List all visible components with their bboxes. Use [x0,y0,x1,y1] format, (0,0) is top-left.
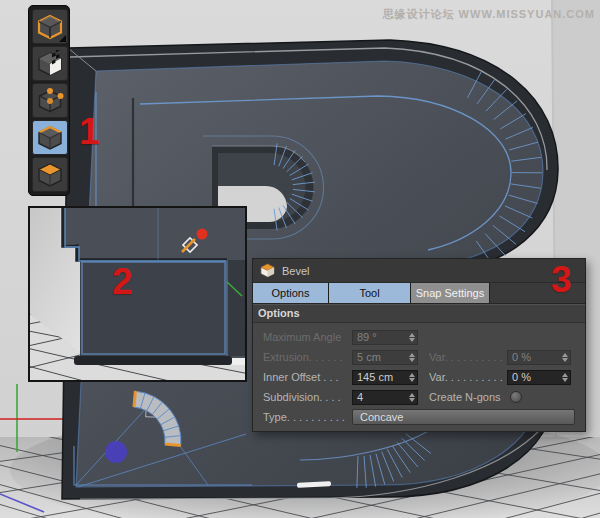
type-label: Type. . . . . . . . . . [263,411,352,423]
spinner[interactable] [562,353,568,362]
maximum-angle-field[interactable]: 89 ° [352,330,418,345]
make-editable-button[interactable] [32,9,68,44]
spinner[interactable] [409,373,415,382]
maximum-angle-label: Maximum Angle [263,331,352,343]
dialog-title: Bevel [282,265,310,277]
spinner[interactable] [409,393,415,402]
bevel-cube-icon [260,263,275,278]
orange-selected-edge[interactable] [165,444,181,445]
dialog-body: Maximum Angle 89 ° Extrusion. . . . . . … [253,323,585,427]
annotation-step-3: 3 [551,261,572,298]
inner-offset-var-field[interactable]: 0 % [507,370,571,385]
dialog-titlebar[interactable]: Bevel [253,259,585,283]
extrusion-label: Extrusion. . . . . . [263,351,352,363]
orange-selected-edge[interactable] [134,391,135,407]
blue-point-handle[interactable] [105,441,127,463]
maximum-angle-row: Maximum Angle 89 ° [263,327,579,347]
subdivision-row: Subdivision. . . . 4 Create N-gons [263,387,579,407]
tab-options[interactable]: Options [253,283,329,303]
tab-tool[interactable]: Tool [329,283,411,303]
tab-snap-settings[interactable]: Snap Settings [411,283,490,303]
texture-mode-icon [36,50,64,78]
mode-toolbar [28,5,70,196]
subdivision-label: Subdivision. . . . [263,391,352,403]
flyout-corner [59,35,66,42]
zoom-inset-screenshot [28,206,247,382]
create-ngons-label: Create N-gons [429,391,507,403]
subdivision-field[interactable]: 4 [352,390,418,405]
extrusion-row: Extrusion. . . . . . 5 cm Var. . . . . .… [263,347,579,367]
spinner[interactable] [562,373,568,382]
dialog-tabs: Options Tool Snap Settings [253,283,585,304]
edges-mode-icon [36,124,64,152]
red-point-handle[interactable] [197,229,208,240]
extrusion-var-field[interactable]: 0 % [507,350,571,365]
spinner[interactable] [409,353,415,362]
create-ngons-checkbox[interactable] [510,391,522,403]
texture-mode-button[interactable] [32,46,68,81]
spinner[interactable] [409,333,415,342]
options-section-header[interactable]: Options [253,304,585,323]
type-row: Type. . . . . . . . . . Concave [263,407,579,427]
type-dropdown[interactable]: Concave [352,409,575,425]
inner-offset-row: Inner Offset . . . 145 cm Var. . . . . .… [263,367,579,387]
points-mode-button[interactable] [32,83,68,118]
inset-geometry [61,208,245,365]
polygons-mode-icon [36,161,64,189]
bevel-tool-dialog: Bevel Options Tool Snap Settings Options… [252,258,586,432]
polygons-mode-button[interactable] [32,157,68,192]
cinema4d-viewport-screenshot: Bevel Options Tool Snap Settings Options… [0,0,600,518]
watermark-text: 思缘设计论坛 WWW.MISSYUAN.COM [383,7,595,22]
annotation-step-1: 1 [79,113,100,150]
edges-mode-button[interactable] [32,120,68,155]
annotation-step-2: 2 [112,263,133,300]
points-mode-icon [36,87,64,115]
inner-offset-var-label: Var. . . . . . . . . . [429,371,507,383]
inner-offset-field[interactable]: 145 cm [352,370,418,385]
inner-offset-label: Inner Offset . . . [263,371,352,383]
extrusion-var-label: Var. . . . . . . . . . [429,351,507,363]
extrusion-field[interactable]: 5 cm [352,350,418,365]
